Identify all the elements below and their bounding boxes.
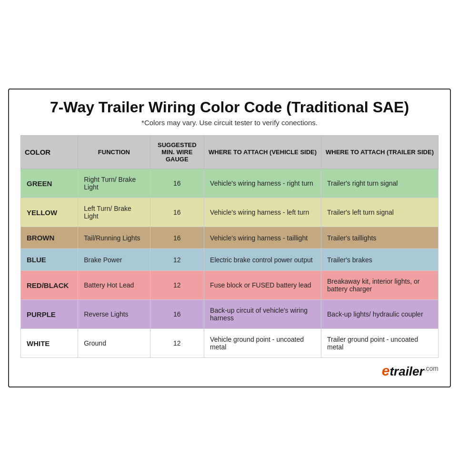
cell-gauge: 16 [150, 169, 204, 198]
table-row: GREENRight Turn/ Brake Light16Vehicle's … [21, 169, 439, 198]
cell-function: Battery Hot Lead [78, 271, 150, 300]
cell-color: WHITE [21, 329, 78, 358]
cell-vehicle: Vehicle's wiring harness - right turn [204, 169, 321, 198]
cell-gauge: 12 [150, 329, 204, 358]
cell-gauge: 12 [150, 249, 204, 271]
header-function: FUNCTION [78, 136, 150, 169]
subtitle: *Colors may vary. Use circuit tester to … [20, 119, 439, 127]
brand-logo: etrailer.com [382, 364, 439, 378]
cell-function: Brake Power [78, 249, 150, 271]
table-row: WHITEGround12Vehicle ground point - unco… [21, 329, 439, 358]
cell-function: Ground [78, 329, 150, 358]
cell-function: Left Turn/ Brake Light [78, 198, 150, 227]
cell-color: RED/BLACK [21, 271, 78, 300]
header-color: COLOR [21, 136, 78, 169]
header-vehicle: WHERE TO ATTACH (Vehicle Side) [204, 136, 321, 169]
cell-gauge: 16 [150, 227, 204, 249]
table-header-row: COLOR FUNCTION SUGGESTED MIN. WIRE GAUGE… [21, 136, 439, 169]
cell-trailer: Trailer's right turn signal [321, 169, 439, 198]
cell-vehicle: Vehicle's wiring harness - left turn [204, 198, 321, 227]
table-row: BLUEBrake Power12Electric brake control … [21, 249, 439, 271]
table-row: RED/BLACKBattery Hot Lead12Fuse block or… [21, 271, 439, 300]
cell-color: PURPLE [21, 300, 78, 329]
table-row: BROWNTail/Running Lights16Vehicle's wiri… [21, 227, 439, 249]
cell-vehicle: Vehicle's wiring harness - taillight [204, 227, 321, 249]
table-row: PURPLEReverse Lights16Back-up circuit of… [21, 300, 439, 329]
cell-trailer: Trailer ground point - uncoated metal [321, 329, 439, 358]
wiring-table: COLOR FUNCTION SUGGESTED MIN. WIRE GAUGE… [20, 135, 439, 358]
table-row: YELLOWLeft Turn/ Brake Light16Vehicle's … [21, 198, 439, 227]
cell-vehicle: Electric brake control power output [204, 249, 321, 271]
cell-trailer: Trailer's taillights [321, 227, 439, 249]
cell-color: BROWN [21, 227, 78, 249]
cell-gauge: 12 [150, 271, 204, 300]
cell-trailer: Breakaway kit, interior lights, or batte… [321, 271, 439, 300]
cell-trailer: Back-up lights/ hydraulic coupler [321, 300, 439, 329]
logo-container: etrailer.com [20, 363, 439, 379]
cell-color: BLUE [21, 249, 78, 271]
cell-gauge: 16 [150, 300, 204, 329]
cell-gauge: 16 [150, 198, 204, 227]
logo-dotcom: .com [424, 365, 439, 372]
cell-trailer: Trailer's brakes [321, 249, 439, 271]
cell-function: Right Turn/ Brake Light [78, 169, 150, 198]
cell-trailer: Trailer's left turn signal [321, 198, 439, 227]
cell-vehicle: Back-up circuit of vehicle's wiring harn… [204, 300, 321, 329]
cell-color: YELLOW [21, 198, 78, 227]
logo-e: e [382, 363, 390, 378]
header-trailer: WHERE TO ATTACH (Trailer Side) [321, 136, 439, 169]
header-gauge: SUGGESTED MIN. WIRE GAUGE [150, 136, 204, 169]
cell-vehicle: Vehicle ground point - uncoated metal [204, 329, 321, 358]
cell-color: GREEN [21, 169, 78, 198]
main-card: 7-Way Trailer Wiring Color Code (Traditi… [8, 89, 451, 387]
page-title: 7-Way Trailer Wiring Color Code (Traditi… [20, 99, 439, 116]
cell-function: Tail/Running Lights [78, 227, 150, 249]
logo-trailer: trailer [389, 364, 424, 378]
cell-vehicle: Fuse block or FUSED battery lead [204, 271, 321, 300]
cell-function: Reverse Lights [78, 300, 150, 329]
